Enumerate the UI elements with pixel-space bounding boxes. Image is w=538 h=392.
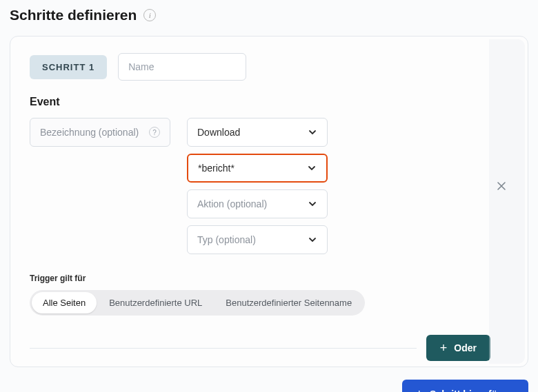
remove-step-button[interactable] bbox=[492, 176, 511, 196]
trigger-option-all[interactable]: Alle Seiten bbox=[32, 292, 97, 313]
spacer bbox=[30, 189, 170, 218]
divider-line bbox=[30, 348, 417, 349]
event-action-placeholder: Aktion (optional) bbox=[197, 198, 267, 209]
event-label-placeholder: Bezeichnung (optional) bbox=[40, 127, 139, 138]
event-action-select[interactable]: Aktion (optional) bbox=[187, 189, 328, 218]
event-type-value: Download bbox=[197, 127, 240, 138]
event-section-label: Event bbox=[30, 96, 508, 108]
chevron-down-icon bbox=[308, 127, 317, 137]
add-step-button[interactable]: + Schritt hinzufügen bbox=[402, 380, 528, 392]
step-header-row: SCHRITT 1 bbox=[30, 53, 508, 81]
help-icon[interactable]: ? bbox=[149, 127, 160, 138]
add-step-label: Schritt hinzufügen bbox=[430, 389, 515, 392]
event-match-select[interactable]: *bericht* bbox=[187, 154, 328, 183]
chevron-down-icon bbox=[307, 163, 317, 173]
add-or-label: Oder bbox=[454, 342, 477, 353]
spacer bbox=[30, 154, 170, 183]
trigger-segmented-control: Alle Seiten Benutzerdefinierte URL Benut… bbox=[30, 290, 365, 316]
trigger-option-url[interactable]: Benutzerdefinierte URL bbox=[98, 292, 213, 313]
close-icon bbox=[496, 180, 507, 192]
event-kind-select[interactable]: Typ (optional) bbox=[187, 225, 328, 254]
event-kind-placeholder: Typ (optional) bbox=[197, 234, 256, 245]
add-or-button[interactable]: + Oder bbox=[426, 335, 490, 361]
event-match-value: *bericht* bbox=[198, 163, 235, 174]
step-name-input[interactable] bbox=[118, 53, 246, 81]
step-panel: SCHRITT 1 Event Bezeichnung (optional) ?… bbox=[10, 36, 528, 367]
event-label-input[interactable]: Bezeichnung (optional) ? bbox=[30, 118, 170, 147]
page-title: Schritte definieren bbox=[10, 7, 137, 23]
chevron-down-icon bbox=[308, 199, 317, 209]
plus-icon: + bbox=[440, 342, 448, 354]
page-header: Schritte definieren i bbox=[10, 7, 528, 23]
or-row: + Oder bbox=[30, 335, 508, 361]
footer: + Schritt hinzufügen bbox=[10, 380, 528, 392]
trigger-option-pagename[interactable]: Benutzerdefinierter Seitenname bbox=[215, 292, 363, 313]
plus-icon: + bbox=[416, 388, 424, 392]
spacer bbox=[30, 225, 170, 254]
info-icon[interactable]: i bbox=[143, 9, 156, 21]
trigger-label: Trigger gilt für bbox=[30, 274, 508, 283]
step-number-pill: SCHRITT 1 bbox=[30, 55, 107, 79]
event-type-select[interactable]: Download bbox=[187, 118, 328, 147]
trigger-section: Trigger gilt für Alle Seiten Benutzerdef… bbox=[30, 274, 508, 316]
chevron-down-icon bbox=[308, 235, 317, 245]
event-fields: Bezeichnung (optional) ? Download *beric… bbox=[30, 118, 508, 254]
